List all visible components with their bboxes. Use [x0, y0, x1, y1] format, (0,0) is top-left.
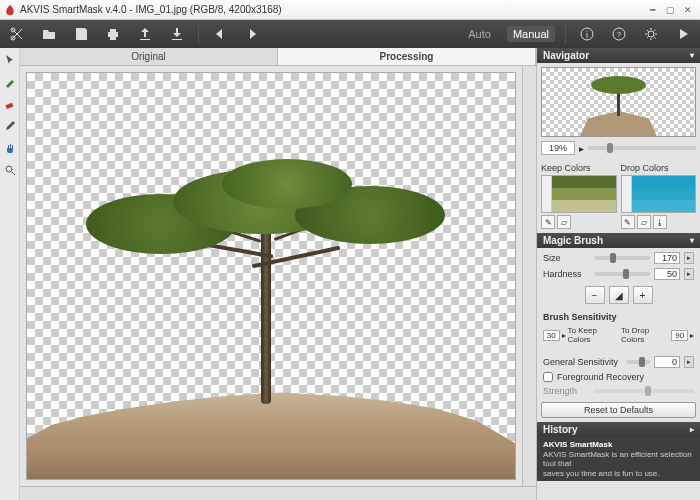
zoom-tool-icon[interactable]: [2, 162, 18, 178]
left-toolbox: [0, 48, 20, 500]
svg-rect-3: [110, 29, 116, 32]
svg-text:i: i: [586, 30, 588, 40]
keep-colors-swatches[interactable]: [541, 175, 617, 213]
forward-icon[interactable]: [241, 23, 263, 45]
drop-colors-label: Drop Colors: [621, 163, 697, 173]
brush-sensitivity-label: Brush Sensitivity: [543, 312, 694, 322]
save-icon[interactable]: [70, 23, 92, 45]
size-value[interactable]: 170: [654, 252, 680, 264]
strength-label: Strength: [543, 386, 591, 396]
zoom-value[interactable]: 19%: [541, 141, 575, 155]
minus-button[interactable]: −: [585, 286, 605, 304]
titlebar: AKVIS SmartMask v.4.0 - IMG_01.jpg (RGB/…: [0, 0, 700, 20]
svg-line-12: [12, 172, 15, 175]
scissors-icon[interactable]: [6, 23, 28, 45]
window-title: AKVIS SmartMask v.4.0 - IMG_01.jpg (RGB/…: [20, 4, 282, 15]
zoom-slider[interactable]: [588, 146, 696, 150]
drop-colors-swatches[interactable]: [621, 175, 697, 213]
to-drop-stepper[interactable]: ▸: [690, 331, 694, 340]
foreground-recovery-checkbox[interactable]: [543, 372, 553, 382]
horizontal-scrollbar[interactable]: [20, 486, 536, 500]
chevron-down-icon: ▾: [690, 51, 694, 60]
svg-rect-4: [110, 37, 116, 40]
plus-button[interactable]: +: [633, 286, 653, 304]
hardness-stepper[interactable]: ▸: [684, 268, 694, 280]
import-icon[interactable]: [166, 23, 188, 45]
size-label: Size: [543, 253, 591, 263]
to-keep-value[interactable]: 30: [543, 330, 560, 341]
eyedropper-keep-icon[interactable]: ✎: [541, 215, 555, 229]
help-icon[interactable]: ?: [608, 23, 630, 45]
footer-info: AKVIS SmartMask AKVIS SmartMask is an ef…: [537, 437, 700, 481]
mode-manual[interactable]: Manual: [507, 26, 555, 42]
general-stepper[interactable]: ▸: [684, 356, 694, 368]
hardness-value[interactable]: 50: [654, 268, 680, 280]
brush-tool-icon[interactable]: [2, 74, 18, 90]
size-slider[interactable]: [595, 256, 650, 260]
magic-brush-header[interactable]: Magic Brush▾: [537, 233, 700, 248]
navigator-thumbnail[interactable]: [541, 67, 696, 137]
image-trunk: [261, 214, 271, 404]
app-logo-icon: [4, 4, 16, 16]
brush-preview-icon[interactable]: ◢: [609, 286, 629, 304]
svg-rect-10: [5, 103, 13, 109]
mode-auto[interactable]: Auto: [462, 26, 497, 42]
reset-button[interactable]: Reset to Defaults: [541, 402, 696, 418]
to-keep-stepper[interactable]: ▸: [562, 331, 566, 340]
eraser-tool-icon[interactable]: [2, 96, 18, 112]
info-icon[interactable]: i: [576, 23, 598, 45]
hand-tool-icon[interactable]: [2, 140, 18, 156]
open-icon[interactable]: [38, 23, 60, 45]
foreground-recovery-label: Foreground Recovery: [557, 372, 644, 382]
close-button[interactable]: ✕: [680, 3, 696, 17]
size-stepper[interactable]: ▸: [684, 252, 694, 264]
navigator-header[interactable]: Navigator▾: [537, 48, 700, 63]
strength-slider: [595, 389, 694, 393]
vertical-scrollbar[interactable]: [522, 66, 536, 486]
history-header[interactable]: History▸: [537, 422, 700, 437]
clear-keep-icon[interactable]: ▱: [557, 215, 571, 229]
tab-processing[interactable]: Processing: [278, 48, 536, 65]
pencil-tool-icon[interactable]: [2, 118, 18, 134]
eyedropper-drop-icon[interactable]: ✎: [621, 215, 635, 229]
right-panel: Navigator▾ 19% ▸ Keep Colors ✎: [536, 48, 700, 500]
svg-point-11: [6, 166, 12, 172]
clear-drop-icon[interactable]: ▱: [637, 215, 651, 229]
general-sensitivity-value[interactable]: 0: [654, 356, 680, 368]
zoom-stepper[interactable]: ▸: [579, 143, 584, 154]
export-icon[interactable]: [134, 23, 156, 45]
back-icon[interactable]: [209, 23, 231, 45]
svg-point-9: [648, 31, 654, 37]
canvas[interactable]: [26, 72, 516, 480]
canvas-tabs: Original Processing: [20, 48, 536, 66]
main-toolbar: Auto Manual i ?: [0, 20, 700, 48]
chevron-down-icon: ▾: [690, 236, 694, 245]
print-icon[interactable]: [102, 23, 124, 45]
settings-icon[interactable]: [640, 23, 662, 45]
arrow-tool-icon[interactable]: [2, 52, 18, 68]
svg-text:?: ?: [617, 30, 622, 39]
to-drop-value[interactable]: 90: [671, 330, 688, 341]
minimize-button[interactable]: ━: [644, 3, 660, 17]
hardness-label: Hardness: [543, 269, 591, 279]
chevron-right-icon: ▸: [690, 425, 694, 434]
maximize-button[interactable]: ▢: [662, 3, 678, 17]
svg-rect-2: [108, 32, 118, 37]
general-sensitivity-label: General Sensitivity: [543, 357, 623, 367]
run-icon[interactable]: [672, 23, 694, 45]
save-colors-icon[interactable]: ⭳: [653, 215, 667, 229]
keep-colors-label: Keep Colors: [541, 163, 617, 173]
tab-original[interactable]: Original: [20, 48, 278, 65]
general-sensitivity-slider[interactable]: [627, 360, 650, 364]
hardness-slider[interactable]: [595, 272, 650, 276]
